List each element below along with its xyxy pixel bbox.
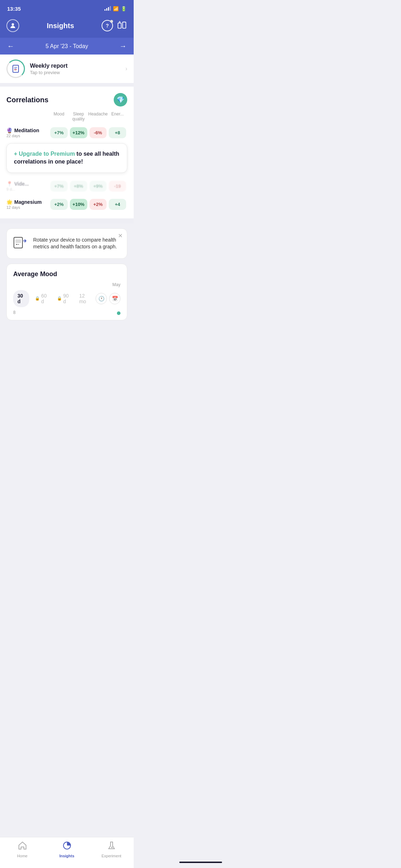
report-icon: [6, 60, 25, 78]
correlation-row-video: 📍 Vide... 9 d... +7% +8% +9% -19: [0, 178, 134, 195]
col-mood: Mood: [49, 112, 69, 122]
header-left: [6, 19, 19, 32]
premium-diamond-button[interactable]: 💎: [114, 93, 127, 107]
magnesium-mood-badge: +2%: [50, 199, 68, 210]
average-mood-card: Average Mood May 30 d 🔒 60 d 🔒 90 d 12 m…: [6, 264, 127, 320]
col-headache: Headache: [88, 112, 108, 122]
status-time: 13:35: [7, 6, 21, 12]
help-button[interactable]: ?: [102, 20, 113, 31]
chart-data-point: [117, 311, 120, 315]
tab-60d[interactable]: 🔒 60 d: [31, 290, 51, 307]
rotate-hint-card: Rotate your device to compare health met…: [6, 228, 127, 259]
app-header: Insights ?: [0, 16, 134, 38]
report-arrow-icon: ›: [125, 66, 127, 72]
row-magnesium-days: 12 days: [6, 205, 49, 210]
upgrade-link[interactable]: + Upgrade to Premium: [14, 151, 75, 157]
weekly-report-card[interactable]: Weekly report Tap to preview ›: [0, 55, 134, 83]
tab-90d[interactable]: 🔒 90 d: [53, 290, 73, 307]
report-subtitle: Tap to preview: [30, 70, 120, 75]
report-title: Weekly report: [30, 63, 120, 69]
meditation-mood-badge: +7%: [50, 127, 68, 138]
header-right: ?: [102, 20, 127, 31]
correlation-table-header: Mood Sleepquality Headache Ener...: [0, 112, 134, 124]
svg-rect-9: [15, 239, 21, 243]
video-headache-badge: +9%: [89, 181, 107, 192]
report-text: Weekly report Tap to preview: [30, 63, 120, 75]
row-magnesium-name: 🌟 Magnesium: [6, 199, 49, 205]
rotate-icon: [12, 234, 28, 253]
section-divider: [0, 83, 134, 87]
chart-icon-tabs: 🕐 📅: [96, 293, 120, 304]
row-video-name: 📍 Vide...: [6, 181, 49, 187]
magnesium-energy-badge: +4: [109, 199, 126, 210]
battery-icon: 🔋: [121, 6, 127, 11]
date-navigation: ← 5 Apr '23 - Today →: [0, 38, 134, 55]
meditation-energy-badge: +8: [109, 127, 126, 138]
signal-icon: [104, 6, 111, 11]
compare-button[interactable]: [117, 20, 127, 31]
correlations-section: Correlations 💎 Mood Sleepquality Headach…: [0, 87, 134, 218]
col-sleep: Sleepquality: [69, 112, 88, 122]
lock-icon-60d: 🔒: [35, 296, 40, 301]
svg-rect-1: [118, 23, 121, 29]
notification-dot: [110, 20, 113, 23]
close-rotate-hint-button[interactable]: ✕: [118, 232, 123, 239]
video-icon: 📍: [6, 181, 12, 187]
date-forward-button[interactable]: →: [119, 42, 127, 50]
video-mood-badge: +7%: [50, 181, 68, 192]
clock-chart-button[interactable]: 🕐: [96, 293, 107, 304]
magnesium-sleep-badge: +10%: [70, 199, 87, 210]
meditation-headache-badge: -6%: [89, 127, 107, 138]
tab-30d[interactable]: 30 d: [13, 290, 29, 307]
section-divider-2: [0, 218, 134, 223]
col-energy: Ener...: [108, 112, 127, 122]
avatar[interactable]: [6, 19, 19, 32]
status-bar: 13:35 📶 🔋: [0, 0, 134, 16]
magnesium-headache-badge: +2%: [89, 199, 107, 210]
lock-icon-90d: 🔒: [57, 296, 62, 301]
row-meditation-days: 22 days: [6, 134, 49, 138]
correlation-row-magnesium: 🌟 Magnesium 12 days +2% +10% +2% +4: [0, 196, 134, 213]
correlations-title: Correlations: [6, 96, 48, 104]
row-meditation-name: 🔮 Meditation: [6, 128, 49, 133]
time-range-tabs: 30 d 🔒 60 d 🔒 90 d 12 mo 🕐 📅: [13, 290, 120, 307]
y-axis-label: 8: [13, 310, 120, 315]
report-circle-icon: [6, 60, 25, 78]
calendar-chart-button[interactable]: 📅: [109, 293, 120, 304]
meditation-icon: 🔮: [6, 128, 12, 133]
month-label: May: [13, 282, 120, 287]
date-back-button[interactable]: ←: [7, 42, 14, 50]
video-energy-badge: -19: [109, 181, 126, 192]
upgrade-overlay[interactable]: + Upgrade to Premium to see all health c…: [6, 143, 127, 173]
row-video-days: 9 d...: [6, 187, 49, 191]
svg-point-0: [12, 23, 14, 26]
rotate-text: Rotate your device to compare health met…: [33, 237, 121, 250]
correlation-row-meditation: 🔮 Meditation 22 days +7% +12% -6% +8: [0, 124, 134, 141]
upgrade-text: + Upgrade to Premium to see all health c…: [14, 150, 120, 166]
help-icon: ?: [106, 23, 109, 29]
avg-mood-title: Average Mood: [13, 270, 120, 278]
wifi-icon: 📶: [113, 6, 119, 11]
video-sleep-badge: +8%: [70, 181, 87, 192]
tab-12mo[interactable]: 12 mo: [75, 290, 94, 307]
status-icons: 📶 🔋: [104, 6, 127, 11]
meditation-sleep-badge: +12%: [70, 127, 87, 138]
diamond-icon: 💎: [117, 96, 124, 104]
page-title: Insights: [47, 22, 74, 30]
date-range-label: 5 Apr '23 - Today: [46, 43, 88, 50]
correlations-header: Correlations 💎: [0, 93, 134, 112]
svg-rect-2: [123, 22, 126, 29]
magnesium-icon: 🌟: [6, 199, 12, 205]
